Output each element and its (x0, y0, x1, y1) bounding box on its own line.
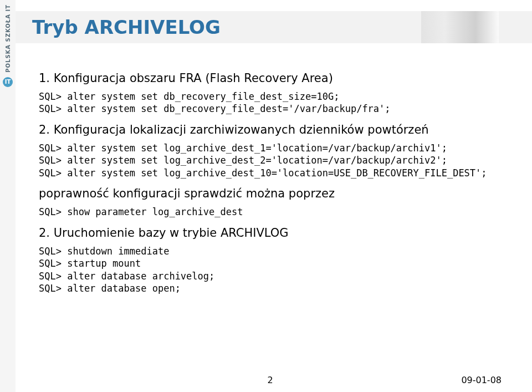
page-number: 2 (267, 375, 273, 385)
sidebar: POLSKA SZKOŁA IT IT (0, 0, 16, 392)
code-block: SQL> show parameter log_archive_dest (39, 206, 499, 218)
content-area: 1. Konfiguracja obszaru FRA (Flash Recov… (39, 64, 499, 296)
code-block: SQL> alter system set db_recovery_file_d… (39, 90, 499, 115)
sidebar-brand-text: POLSKA SZKOŁA IT (5, 4, 11, 73)
section-heading: 1. Konfiguracja obszaru FRA (Flash Recov… (39, 72, 499, 85)
page-title: Tryb ARCHIVELOG (32, 16, 221, 38)
section-heading: 2. Konfiguracja lokalizacji zarchiwizowa… (39, 123, 499, 136)
code-block: SQL> shutdown immediate SQL> startup mou… (39, 245, 499, 295)
footer: 2 09-01-08 (39, 375, 502, 385)
footer-date: 09-01-08 (461, 375, 502, 385)
section-heading: 2. Uruchomienie bazy w trybie ARCHIVLOG (39, 226, 499, 240)
code-block: SQL> alter system set log_archive_dest_1… (39, 142, 499, 179)
brand-logo-icon: IT (3, 77, 13, 87)
section-heading: poprawność konfiguracji sprawdzić można … (39, 187, 499, 200)
title-band: Tryb ARCHIVELOG (16, 11, 532, 43)
